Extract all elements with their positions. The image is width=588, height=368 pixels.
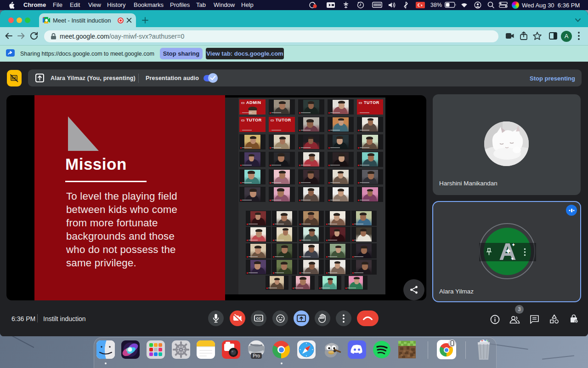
svg-text:CC: CC <box>256 316 261 321</box>
svg-text:Pro: Pro <box>253 353 260 358</box>
